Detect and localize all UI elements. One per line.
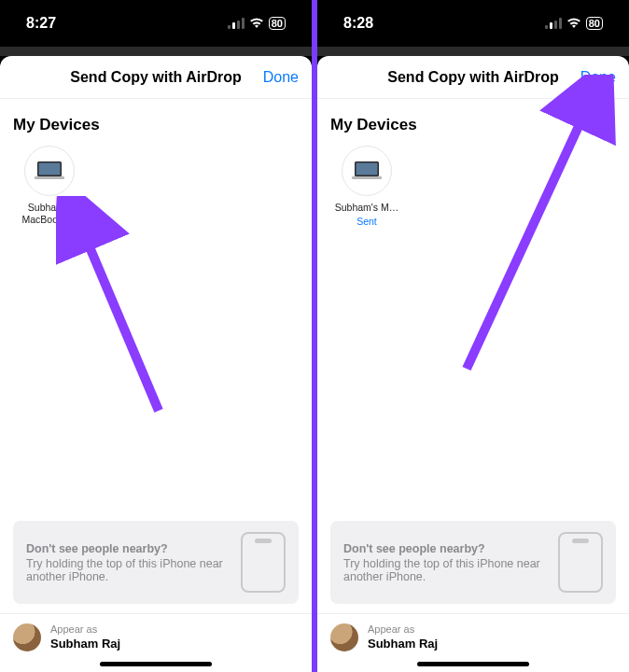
avatar	[330, 623, 358, 651]
appear-as-label: Appear as	[50, 623, 120, 635]
status-icons: 80	[228, 17, 286, 30]
tip-title: Don't see people nearby?	[26, 542, 231, 555]
battery-icon: 80	[586, 17, 603, 30]
device-list: Subham's MacBook Air	[0, 146, 312, 226]
status-time: 8:27	[26, 15, 56, 32]
section-my-devices: My Devices	[317, 99, 629, 146]
svg-rect-8	[545, 25, 548, 29]
device-list: Subham's M… Sent	[317, 146, 629, 227]
sheet-title: Send Copy with AirDrop	[70, 69, 241, 86]
device-name: Subham's M…	[335, 202, 399, 214]
section-my-devices: My Devices	[0, 99, 312, 146]
avatar	[13, 623, 41, 651]
macbook-icon	[34, 161, 65, 181]
device-avatar	[342, 146, 392, 196]
dual-screenshot: 8:27 80 Send Copy with AirDrop Done My D…	[0, 0, 629, 672]
status-time: 8:28	[343, 15, 373, 32]
macbook-icon	[351, 161, 383, 181]
iphone-glyph-icon	[558, 532, 603, 593]
svg-rect-1	[232, 22, 235, 29]
svg-rect-13	[356, 163, 378, 175]
tip-body: Try holding the top of this iPhone near …	[26, 557, 223, 583]
svg-rect-14	[352, 176, 382, 179]
device-item[interactable]: Subham's MacBook Air	[13, 146, 86, 226]
svg-rect-10	[554, 21, 557, 29]
cellular-icon	[228, 18, 245, 29]
wifi-icon	[566, 18, 581, 29]
tip-body: Try holding the top of this iPhone near …	[343, 557, 540, 583]
appear-as-label: Appear as	[368, 623, 438, 635]
battery-icon: 80	[269, 17, 286, 30]
airdrop-sheet: Send Copy with AirDrop Done My Devices S…	[0, 56, 312, 672]
svg-rect-11	[559, 18, 562, 29]
device-status: Sent	[356, 216, 377, 227]
svg-rect-0	[228, 25, 231, 29]
status-icons: 80	[545, 17, 603, 30]
svg-rect-6	[35, 176, 64, 179]
svg-rect-5	[39, 163, 61, 175]
sheet-header: Send Copy with AirDrop Done	[0, 56, 312, 99]
iphone-glyph-icon	[241, 532, 286, 593]
airdrop-sheet: Send Copy with AirDrop Done My Devices S…	[317, 56, 629, 672]
phone-right: 8:28 80 Send Copy with AirDrop Done My D…	[314, 0, 629, 672]
sheet-backdrop	[0, 47, 312, 56]
nearby-tip-card[interactable]: Don't see people nearby? Try holding the…	[330, 521, 616, 604]
device-name: Subham's MacBook Air	[13, 202, 86, 226]
phone-left: 8:27 80 Send Copy with AirDrop Done My D…	[0, 0, 314, 672]
home-indicator	[417, 662, 529, 666]
svg-rect-2	[237, 21, 240, 29]
home-indicator	[100, 662, 212, 666]
sheet-title: Send Copy with AirDrop	[387, 69, 558, 86]
status-bar: 8:27 80	[0, 0, 312, 47]
svg-rect-3	[242, 18, 245, 29]
appear-as-name: Subham Raj	[368, 637, 438, 651]
wifi-icon	[249, 18, 264, 29]
device-avatar	[24, 146, 75, 196]
sheet-header: Send Copy with AirDrop Done	[317, 56, 629, 99]
device-item[interactable]: Subham's M… Sent	[330, 146, 403, 227]
status-bar: 8:28 80	[317, 0, 629, 47]
done-button[interactable]: Done	[263, 56, 299, 98]
sheet-backdrop	[317, 47, 629, 56]
tip-title: Don't see people nearby?	[343, 542, 549, 555]
svg-rect-9	[550, 22, 552, 29]
nearby-tip-card[interactable]: Don't see people nearby? Try holding the…	[13, 521, 299, 604]
cellular-icon	[545, 18, 562, 29]
appear-as-name: Subham Raj	[50, 637, 120, 651]
done-button[interactable]: Done	[580, 56, 616, 98]
